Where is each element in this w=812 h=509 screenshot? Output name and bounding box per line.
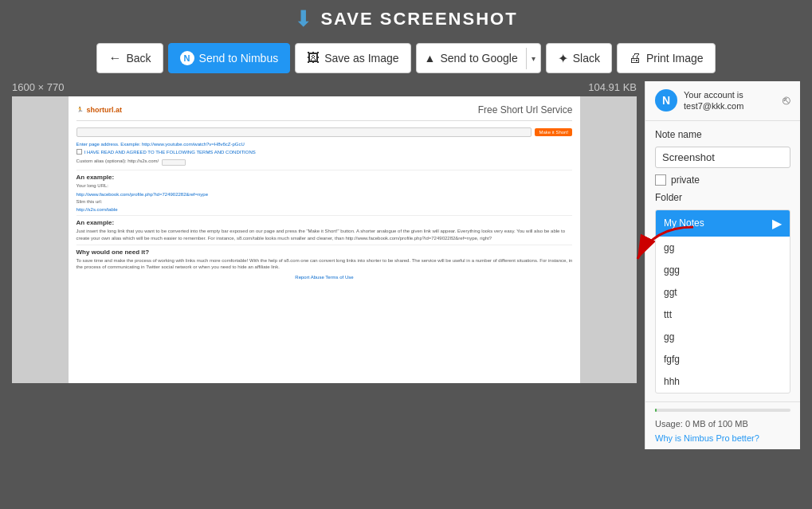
folder-item[interactable]: hhh: [656, 370, 790, 393]
send-google-button[interactable]: ▲ Send to Google: [417, 45, 526, 71]
image-icon: 🖼: [307, 51, 320, 65]
account-email: test7@kkk.com: [684, 100, 743, 112]
send-nimbus-button[interactable]: N Send to Nimbus: [168, 43, 291, 73]
send-google-label: Send to Google: [440, 52, 517, 65]
slack-icon: ✦: [558, 51, 568, 66]
notes-footer: Usage: 0 MB of 100 MB Why is Nimbus Pro …: [645, 401, 800, 449]
note-name-label: Note name: [655, 129, 790, 140]
private-checkbox[interactable]: [655, 174, 666, 186]
back-button[interactable]: ← Back: [96, 43, 163, 73]
screenshot-area: 1600 × 770 104.91 KB 🏃 shorturl.at Free …: [12, 81, 637, 449]
note-name-input[interactable]: [655, 147, 790, 168]
notes-body: Note name private Folder My Notes▶gggggg…: [645, 121, 800, 401]
send-google-dropdown-arrow[interactable]: ▾: [526, 48, 540, 69]
print-icon: 🖨: [629, 51, 641, 65]
google-drive-icon: ▲: [425, 52, 436, 65]
save-image-label: Save as Image: [324, 52, 398, 65]
folder-label: Folder: [655, 192, 790, 203]
send-google-dropdown[interactable]: ▲ Send to Google ▾: [416, 43, 541, 73]
fake-section3: Why would one need it?: [76, 249, 573, 256]
save-image-button[interactable]: 🖼 Save as Image: [295, 43, 410, 73]
folder-item[interactable]: ggt: [656, 281, 790, 303]
folder-list: My Notes▶gggggggttttggfgfghhh: [655, 209, 790, 393]
folder-item[interactable]: gg: [656, 237, 790, 259]
screenshot-dimensions: 1600 × 770: [12, 81, 64, 93]
usage-bar-container: [655, 409, 790, 412]
private-label: private: [671, 174, 700, 186]
nimbus-avatar: N: [655, 89, 677, 112]
screenshot-meta: 1600 × 770 104.91 KB: [12, 81, 637, 93]
folder-item[interactable]: fgfg: [656, 348, 790, 370]
fake-logo: shorturl.at: [87, 106, 123, 114]
page-title: SAVE SCREENSHOT: [320, 9, 517, 29]
fake-url-hint: Enter page address. Example: http://www.…: [76, 142, 573, 147]
usage-text: Usage: 0 MB of 100 MB: [655, 419, 748, 429]
notes-panel-header: N Your account is test7@kkk.com ⎋: [645, 81, 800, 121]
screenshot-filesize: 104.91 KB: [588, 81, 637, 93]
nimbus-icon: N: [180, 51, 194, 65]
folder-item[interactable]: My Notes▶: [656, 210, 790, 237]
send-nimbus-label: Send to Nimbus: [199, 52, 279, 65]
toolbar: ← Back N Send to Nimbus 🖼 Save as Image …: [0, 37, 812, 81]
print-label: Print Image: [646, 52, 704, 65]
private-row: private: [655, 174, 790, 186]
slack-button[interactable]: ✦ Slack: [546, 43, 612, 73]
header: ⬇ SAVE SCREENSHOT: [0, 0, 812, 37]
fake-section2: An example:: [76, 219, 573, 226]
main-area: 1600 × 770 104.91 KB 🏃 shorturl.at Free …: [0, 81, 812, 449]
pro-link[interactable]: Why is Nimbus Pro better?: [655, 433, 790, 443]
notes-panel: N Your account is test7@kkk.com ⎋ Note n…: [645, 81, 800, 449]
screenshot-content: 🏃 shorturl.at Free Short Url Service Mak…: [69, 96, 581, 383]
usage-bar: [655, 409, 657, 412]
back-label: Back: [126, 52, 151, 65]
fake-section1: An example:: [76, 174, 573, 181]
folder-item[interactable]: ggg: [656, 259, 790, 281]
slack-label: Slack: [573, 52, 600, 65]
folder-selected-arrow: ▶: [772, 216, 782, 231]
account-info: Your account is test7@kkk.com: [684, 89, 743, 112]
print-button[interactable]: 🖨 Print Image: [617, 43, 716, 73]
back-icon: ←: [108, 51, 121, 65]
save-icon: ⬇: [294, 8, 312, 30]
account-label: Your account is: [684, 89, 743, 100]
screenshot-frame: 🏃 shorturl.at Free Short Url Service Mak…: [12, 96, 637, 383]
folder-item[interactable]: gg: [656, 326, 790, 348]
logout-button[interactable]: ⎋: [783, 93, 790, 108]
folder-item[interactable]: ttt: [656, 303, 790, 326]
fake-service-title: Free Short Url Service: [478, 104, 573, 116]
fake-make-short-btn: Make it Short!: [535, 128, 572, 136]
